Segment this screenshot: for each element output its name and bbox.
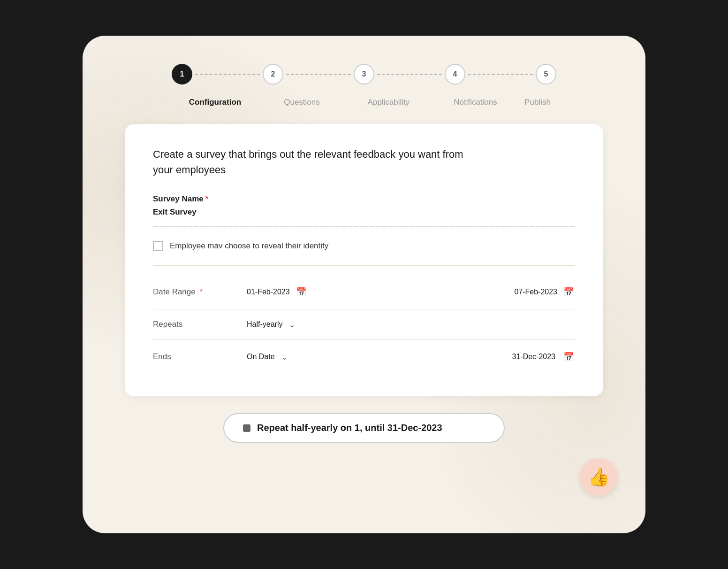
step-item-4: 4 [445,64,536,85]
ends-value: On Date [247,353,275,361]
date-range-row: Date Range * 01-Feb-2023 📅 07-Feb-2023 📅 [153,275,575,309]
date-end-group: 07-Feb-2023 📅 [514,285,575,299]
step-line-1 [195,74,260,75]
start-calendar-icon[interactable]: 📅 [295,285,308,299]
step-circle-2[interactable]: 2 [263,64,283,85]
step-item-1: 1 [172,64,263,85]
step-circle-3[interactable]: 3 [354,64,374,85]
step-label-3[interactable]: Applicability [345,98,432,107]
date-start-value: 01-Feb-2023 [247,288,290,296]
step-item-3: 3 [354,64,445,85]
date-start-group: 01-Feb-2023 📅 [247,285,308,299]
summary-square-icon [243,424,250,432]
ends-date-value: 31-Dec-2023 [512,353,556,361]
step-item-2: 2 [263,64,354,85]
ends-calendar-icon[interactable]: 📅 [562,350,575,363]
step-line-4 [468,74,533,75]
step-label-2[interactable]: Questions [258,98,345,107]
repeats-row: Repeats Half-yearly ⌄ [153,309,575,340]
divider-top [153,226,575,227]
identity-checkbox[interactable] [153,241,163,251]
checkbox-row: Employee mav choose to reveal their iden… [153,236,575,256]
ends-content: On Date ⌄ 31-Dec-2023 📅 [247,350,575,363]
step-circle-5[interactable]: 5 [536,64,556,85]
step-label-4[interactable]: Notifications [432,98,519,107]
step-item-5: 5 [536,64,556,85]
step-label-5[interactable]: Publish [519,98,556,107]
repeats-chevron-icon[interactable]: ⌄ [289,320,295,329]
survey-name-value: Exit Survey [153,208,575,217]
date-end-value: 07-Feb-2023 [514,288,557,296]
stepper: 1 2 3 4 5 [172,64,556,85]
ends-row: Ends On Date ⌄ 31-Dec-2023 📅 [153,340,575,374]
main-card: Create a survey that brings out the rele… [125,124,603,396]
step-circle-1[interactable]: 1 [172,64,192,85]
step-circle-4[interactable]: 4 [445,64,465,85]
repeats-label: Repeats [153,320,247,329]
required-star: * [205,194,209,203]
end-calendar-icon[interactable]: 📅 [562,285,575,299]
checkbox-label: Employee mav choose to reveal their iden… [170,241,328,251]
ends-label: Ends [153,352,247,361]
card-description: Create a survey that brings out the rele… [153,146,481,177]
divider-middle [153,265,575,266]
repeats-content: Half-yearly ⌄ [247,320,575,329]
summary-bar: Repeat half-yearly on 1, until 31-Dec-20… [223,413,505,443]
date-range-content: 01-Feb-2023 📅 07-Feb-2023 📅 [247,285,575,299]
date-range-label: Date Range * [153,287,247,297]
ends-chevron-icon[interactable]: ⌄ [281,353,288,361]
thumbs-up-button[interactable]: 👍 [580,458,617,496]
repeats-value: Half-yearly [247,320,282,329]
step-line-3 [377,74,442,75]
step-labels: Configuration Questions Applicability No… [172,98,556,107]
survey-name-label: Survey Name* [153,194,575,204]
summary-text: Repeat half-yearly on 1, until 31-Dec-20… [257,423,442,433]
outer-card: 1 2 3 4 5 Configuration Questions Applic… [83,36,645,533]
step-line-2 [286,74,351,75]
step-label-1[interactable]: Configuration [172,98,258,107]
